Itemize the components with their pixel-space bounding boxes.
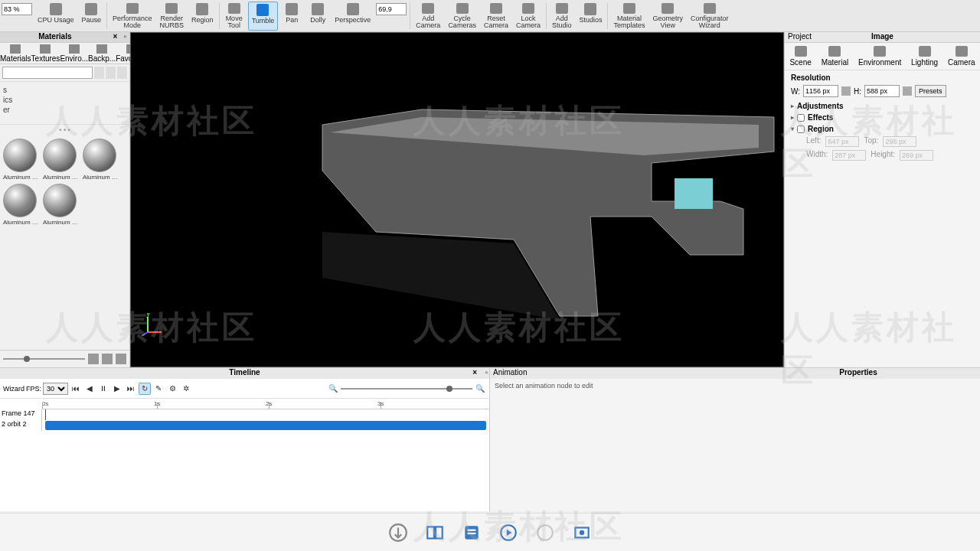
panel-undock-icon[interactable]: ▫ — [120, 32, 129, 41]
search-refresh-icon[interactable] — [117, 67, 127, 79]
svg-rect-2 — [675, 178, 713, 209]
lock-camera-button[interactable]: Lock Camera — [513, 2, 544, 31]
track-label[interactable]: 2 orbit 2 — [0, 420, 42, 431]
upload-icon[interactable] — [102, 354, 113, 364]
materials-divider[interactable]: • • • — [0, 125, 129, 135]
tumble-button[interactable]: Tumble — [248, 2, 279, 31]
cpu-icon — [50, 3, 62, 15]
prev-frame-button[interactable]: ◀ — [83, 383, 96, 395]
region-left-input[interactable] — [825, 136, 859, 147]
materials-tree[interactable]: s ics er — [0, 82, 129, 125]
timeline-zoom-slider[interactable] — [341, 388, 472, 390]
go-start-button[interactable]: ⏮ — [70, 383, 82, 395]
materials-search-input[interactable] — [2, 67, 93, 79]
play-button[interactable]: ▶ — [111, 383, 123, 395]
app-library-icon[interactable] — [422, 520, 448, 546]
tab-backplates[interactable]: Backp... — [88, 43, 116, 64]
app-render-icon[interactable] — [569, 520, 595, 546]
zoom-in-icon[interactable]: 🔍 — [474, 383, 486, 395]
region-top-input[interactable] — [883, 136, 916, 147]
add-studio-icon — [556, 3, 568, 14]
zoom-out-icon[interactable]: 🔍 — [327, 383, 339, 395]
panel-close-icon[interactable]: × — [110, 32, 121, 41]
region-header[interactable]: ▾Region — [791, 123, 974, 135]
region-height-input[interactable] — [900, 150, 933, 161]
cycle-cameras-button[interactable]: Cycle Cameras — [445, 2, 479, 31]
height-label: H: — [854, 87, 861, 96]
reset-camera-button[interactable]: Reset Camera — [481, 2, 511, 31]
region-button[interactable]: Region — [188, 2, 217, 31]
pan-button[interactable]: Pan — [279, 2, 304, 31]
subtab-camera[interactable]: Camera — [948, 46, 975, 67]
studios-button[interactable]: Studios — [576, 2, 605, 31]
settings-button[interactable]: ⚙ — [166, 383, 178, 395]
fit-icon[interactable] — [903, 86, 912, 96]
material-item[interactable]: Aluminum R... — [83, 139, 119, 181]
pause-button[interactable]: Pause — [79, 2, 105, 31]
tab-animation[interactable]: Animation — [490, 368, 737, 379]
fps-select[interactable]: 30 — [43, 383, 68, 395]
tab-image[interactable]: Image — [851, 32, 913, 42]
effects-checkbox[interactable] — [797, 114, 805, 122]
search-tree-icon[interactable] — [106, 67, 116, 79]
region-width-input[interactable] — [832, 150, 866, 161]
material-templates-button[interactable]: Material Templates — [610, 2, 648, 31]
coord-input[interactable] — [376, 3, 407, 15]
viewport-3d[interactable]: y — [130, 32, 784, 367]
subtab-environment[interactable]: Environment — [858, 46, 901, 67]
add-studio-button[interactable]: Add Studio — [549, 2, 575, 31]
performance-mode-button[interactable]: Performance Mode — [109, 2, 155, 31]
presets-button[interactable]: Presets — [915, 85, 946, 97]
app-import-icon[interactable] — [385, 520, 411, 546]
playhead[interactable] — [45, 409, 46, 420]
search-icon[interactable] — [88, 354, 99, 364]
tab-materials[interactable]: Materials — [0, 43, 31, 64]
adjustments-header[interactable]: ▸Adjustments — [791, 100, 974, 112]
tab-properties[interactable]: Properties — [737, 368, 980, 379]
perspective-button[interactable]: Perspective — [332, 2, 374, 31]
cpu-usage-button[interactable]: CPU Usage — [34, 2, 77, 31]
wizard-label[interactable]: Wizard — [3, 385, 24, 393]
timeline-area[interactable]: 0s 1s 2s 3s Frame 147 2 orbit 2 — [0, 399, 489, 511]
tab-environments[interactable]: Enviro... — [60, 43, 88, 64]
subtab-scene[interactable]: Scene — [789, 46, 811, 67]
subtab-lighting[interactable]: Lighting — [911, 46, 938, 67]
go-end-button[interactable]: ⏭ — [125, 383, 137, 395]
app-animation-icon[interactable] — [495, 520, 521, 546]
link-aspect-icon[interactable] — [841, 86, 851, 96]
app-project-icon[interactable] — [459, 520, 485, 546]
timeline-undock-icon[interactable]: ▫ — [485, 368, 488, 377]
material-item[interactable]: Aluminum P... — [43, 139, 80, 181]
materials-panel: Materials ▫ × Materials Textures Enviro.… — [0, 32, 130, 367]
render-nurbs-button[interactable]: Render NURBS — [157, 2, 188, 31]
height-input[interactable] — [864, 85, 900, 97]
effects-header[interactable]: ▸Effects — [791, 112, 974, 123]
tab-project[interactable]: Project — [785, 32, 851, 42]
loop-button[interactable]: ↻ — [139, 383, 151, 395]
thumbnail-size-slider[interactable] — [3, 358, 85, 360]
timeline-close-icon[interactable]: × — [472, 368, 477, 377]
material-item[interactable]: Aluminum R... — [3, 184, 40, 226]
gear2-button[interactable]: ✲ — [180, 383, 192, 395]
list-icon[interactable] — [116, 354, 126, 364]
material-item[interactable]: Aluminum T... — [43, 184, 80, 226]
timeline-ruler[interactable]: 0s 1s 2s 3s — [42, 399, 489, 409]
region-checkbox[interactable] — [797, 126, 805, 133]
subtab-material[interactable]: Material — [822, 46, 849, 67]
track-clip[interactable] — [45, 421, 486, 430]
app-vr-icon[interactable] — [532, 520, 558, 546]
configurator-wizard-button[interactable]: Configurator Wizard — [688, 2, 732, 31]
geometry-view-button[interactable]: Geometry View — [650, 2, 687, 31]
pause-button[interactable]: ⏸ — [97, 383, 109, 395]
width-input[interactable] — [803, 85, 838, 97]
material-sphere-icon — [43, 139, 77, 172]
material-item[interactable]: Aluminum B... — [3, 139, 40, 181]
zoom-input[interactable] — [2, 3, 32, 15]
curve-button[interactable]: ✎ — [152, 383, 165, 395]
wizard-icon — [704, 3, 716, 14]
add-camera-button[interactable]: Add Camera — [413, 2, 443, 31]
tab-textures[interactable]: Textures — [31, 43, 60, 64]
dolly-button[interactable]: Dolly — [305, 2, 330, 31]
move-tool-button[interactable]: Move Tool — [222, 2, 247, 31]
search-folder-icon[interactable] — [94, 67, 104, 79]
